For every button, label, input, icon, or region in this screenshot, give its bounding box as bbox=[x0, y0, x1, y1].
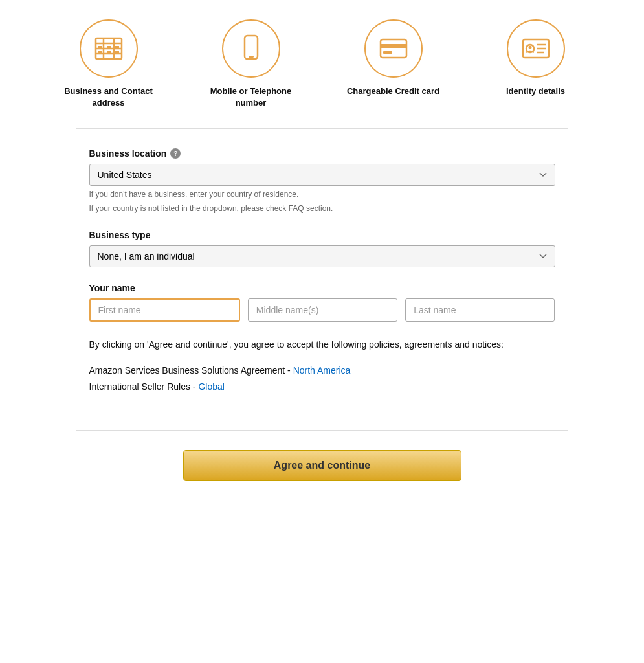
policy-text: By clicking on 'Agree and continue', you… bbox=[89, 337, 555, 352]
business-type-group: Business type None, I am an individual bbox=[89, 230, 555, 267]
step-icon-circle-business bbox=[80, 19, 138, 78]
step-label-phone: Mobile or Telephone number bbox=[199, 85, 303, 109]
svg-rect-16 bbox=[383, 51, 392, 54]
business-type-label: Business type bbox=[89, 230, 555, 240]
bottom-divider bbox=[76, 430, 568, 431]
your-name-group: Your name bbox=[89, 283, 555, 322]
business-location-select[interactable]: United States bbox=[89, 164, 555, 186]
building-icon bbox=[93, 33, 124, 64]
phone-icon bbox=[236, 33, 267, 64]
step-icon-circle-phone bbox=[222, 19, 280, 78]
agreement2-line: International Seller Rules - Global bbox=[89, 379, 555, 395]
credit-card-icon bbox=[378, 33, 409, 64]
svg-rect-10 bbox=[107, 51, 111, 54]
step-icon-circle-identity bbox=[507, 19, 565, 78]
step-identity: Identity details bbox=[484, 19, 588, 109]
agreement1-link[interactable]: North America bbox=[293, 365, 351, 376]
agreement1-text: Amazon Services Business Solutions Agree… bbox=[89, 365, 293, 376]
svg-rect-13 bbox=[249, 56, 254, 58]
step-icon-circle-card bbox=[364, 19, 423, 78]
svg-rect-14 bbox=[381, 39, 406, 58]
svg-rect-15 bbox=[381, 44, 406, 48]
name-fields bbox=[89, 298, 555, 322]
top-divider bbox=[76, 128, 568, 129]
page-wrapper: Business and Contact address Mobile or T… bbox=[0, 0, 644, 663]
step-label-identity: Identity details bbox=[506, 85, 565, 97]
agreement1-line: Amazon Services Business Solutions Agree… bbox=[89, 363, 555, 379]
business-location-hint1: If you don't have a business, enter your… bbox=[89, 188, 555, 200]
business-location-label: Business location ? bbox=[89, 148, 555, 159]
middle-name-input[interactable] bbox=[248, 298, 397, 322]
step-credit-card: Chargeable Credit card bbox=[342, 19, 445, 109]
step-business-contact: Business and Contact address bbox=[57, 19, 161, 109]
policy-group: By clicking on 'Agree and continue', you… bbox=[89, 337, 555, 395]
svg-rect-8 bbox=[115, 46, 119, 49]
svg-rect-11 bbox=[115, 51, 119, 54]
identity-icon bbox=[520, 33, 551, 64]
help-icon-business-location[interactable]: ? bbox=[170, 148, 181, 159]
business-location-hint2: If your country is not listed in the dro… bbox=[89, 203, 555, 214]
svg-rect-6 bbox=[98, 46, 102, 49]
svg-rect-7 bbox=[107, 46, 111, 49]
last-name-input[interactable] bbox=[405, 298, 555, 322]
step-label-business: Business and Contact address bbox=[57, 85, 161, 109]
agreement2-text: International Seller Rules - bbox=[89, 381, 199, 392]
svg-rect-12 bbox=[245, 36, 258, 59]
step-label-card: Chargeable Credit card bbox=[347, 85, 439, 97]
business-type-select[interactable]: None, I am an individual bbox=[89, 245, 555, 267]
agreement2-link[interactable]: Global bbox=[198, 381, 224, 392]
first-name-input[interactable] bbox=[89, 298, 240, 322]
agree-continue-button[interactable]: Agree and continue bbox=[183, 450, 461, 481]
your-name-label: Your name bbox=[89, 283, 555, 293]
steps-header: Business and Contact address Mobile or T… bbox=[0, 0, 644, 122]
svg-point-19 bbox=[528, 46, 531, 49]
svg-rect-9 bbox=[98, 51, 102, 54]
form-section: Business location ? United States If you… bbox=[76, 148, 568, 410]
step-phone: Mobile or Telephone number bbox=[199, 19, 303, 109]
cta-area: Agree and continue bbox=[76, 450, 568, 507]
policy-links: Amazon Services Business Solutions Agree… bbox=[89, 363, 555, 395]
business-location-group: Business location ? United States If you… bbox=[89, 148, 555, 214]
